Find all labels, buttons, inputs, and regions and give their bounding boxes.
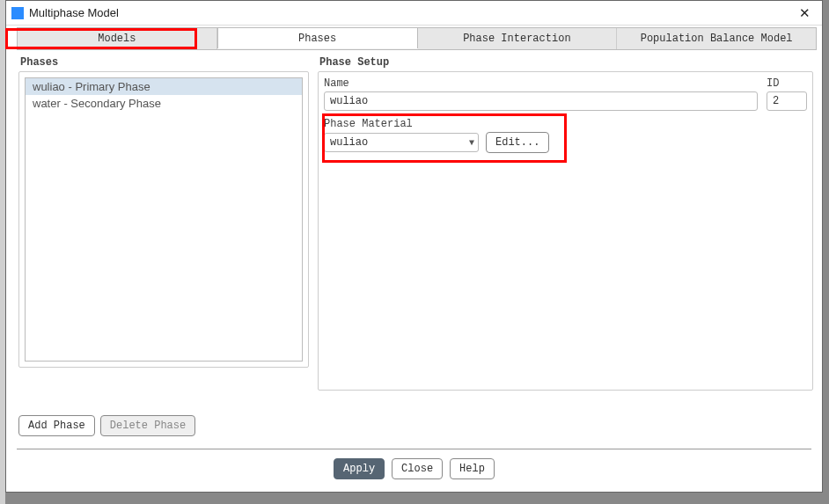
- tab-models[interactable]: Models: [18, 28, 217, 49]
- titlebar: Multiphase Model ✕: [6, 1, 822, 26]
- phase-material-label: Phase Material: [324, 118, 807, 130]
- phase-item-secondary[interactable]: water - Secondary Phase: [26, 95, 302, 112]
- id-input[interactable]: [767, 91, 807, 111]
- name-input[interactable]: [324, 91, 758, 111]
- edit-material-button[interactable]: Edit...: [486, 132, 549, 153]
- name-label: Name: [324, 77, 758, 90]
- tab-phases[interactable]: Phases: [217, 27, 418, 48]
- chevron-down-icon: ▼: [469, 138, 474, 148]
- tab-population-balance[interactable]: Population Balance Model: [617, 28, 816, 49]
- add-phase-button[interactable]: Add Phase: [18, 415, 95, 436]
- close-icon[interactable]: ✕: [792, 5, 817, 21]
- phase-item-primary[interactable]: wuliao - Primary Phase: [26, 78, 302, 95]
- id-label: ID: [767, 77, 807, 90]
- phases-list: wuliao - Primary Phase water - Secondary…: [25, 77, 303, 362]
- tab-bar: Models Phases Phase Interaction Populati…: [17, 27, 817, 50]
- dialog-footer: Apply Close Help: [6, 449, 822, 492]
- delete-phase-button[interactable]: Delete Phase: [100, 415, 195, 436]
- app-icon: [11, 7, 24, 19]
- window-title: Multiphase Model: [29, 6, 119, 19]
- phase-setup-heading: Phase Setup: [318, 54, 813, 71]
- close-button[interactable]: Close: [392, 458, 443, 479]
- phases-heading: Phases: [18, 54, 309, 71]
- tab-phase-interaction[interactable]: Phase Interaction: [418, 28, 618, 49]
- multiphase-model-dialog: Multiphase Model ✕ Models Phases Phase I…: [5, 0, 823, 493]
- phase-material-dropdown[interactable]: wuliao ▼: [324, 133, 479, 152]
- help-button[interactable]: Help: [450, 458, 495, 479]
- phase-material-value: wuliao: [330, 136, 368, 149]
- apply-button[interactable]: Apply: [334, 458, 385, 479]
